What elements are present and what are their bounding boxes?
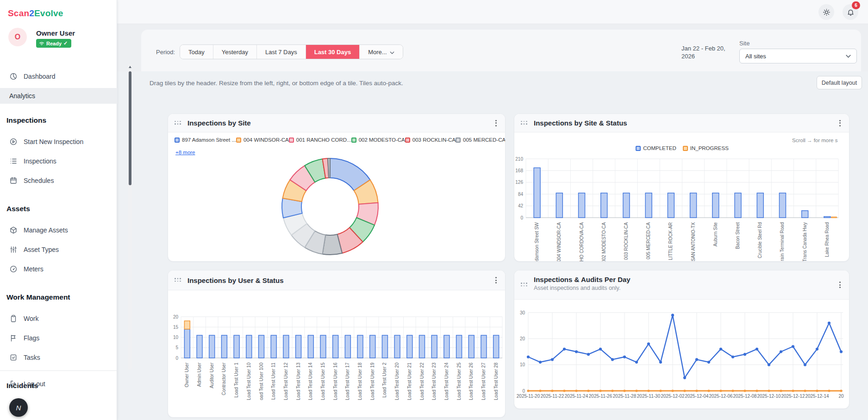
data-point[interactable] xyxy=(527,356,530,358)
data-point[interactable] xyxy=(683,376,686,379)
bar-completed[interactable] xyxy=(779,193,786,218)
site-select[interactable]: All sites xyxy=(739,49,857,63)
data-point[interactable] xyxy=(816,348,818,351)
bar-completed[interactable] xyxy=(259,335,264,358)
data-point[interactable] xyxy=(695,389,698,392)
sidebar-item-work[interactable]: Work xyxy=(0,311,117,326)
bar-completed[interactable] xyxy=(690,193,697,218)
data-point[interactable] xyxy=(756,348,758,351)
donut-segment[interactable] xyxy=(328,158,330,178)
bar-completed[interactable] xyxy=(481,335,487,358)
data-point[interactable] xyxy=(804,389,806,392)
sidebar-item-inspections[interactable]: Inspections xyxy=(0,153,117,169)
floating-action-button[interactable]: N xyxy=(9,398,28,417)
data-point[interactable] xyxy=(731,356,734,358)
data-point[interactable] xyxy=(647,389,649,392)
data-point[interactable] xyxy=(768,364,770,366)
bar-completed[interactable] xyxy=(456,335,462,358)
data-point[interactable] xyxy=(551,358,554,361)
bar-completed[interactable] xyxy=(184,329,190,358)
data-point[interactable] xyxy=(792,345,794,348)
bar-completed[interactable] xyxy=(296,335,301,358)
data-point[interactable] xyxy=(731,389,734,392)
data-point[interactable] xyxy=(647,343,650,345)
bar-completed[interactable] xyxy=(357,335,363,358)
bar-completed[interactable] xyxy=(579,193,585,218)
drag-handle-icon[interactable] xyxy=(521,282,528,287)
bar-completed[interactable] xyxy=(534,168,540,218)
data-point[interactable] xyxy=(575,389,577,392)
sidebar-item-flags[interactable]: Flags xyxy=(0,330,117,346)
bar-completed[interactable] xyxy=(431,335,437,358)
data-point[interactable] xyxy=(563,348,566,351)
bar-completed[interactable] xyxy=(221,335,227,358)
bar-completed[interactable] xyxy=(246,335,252,358)
period-button-last-30-days[interactable]: Last 30 Days xyxy=(306,45,360,59)
kebab-menu-icon[interactable] xyxy=(837,280,843,290)
bar-completed[interactable] xyxy=(209,335,215,358)
data-point[interactable] xyxy=(816,389,818,392)
scrollbar-thumb[interactable] xyxy=(129,71,131,185)
data-point[interactable] xyxy=(828,389,830,392)
sidebar-item-meters[interactable]: Meters xyxy=(0,261,117,277)
data-point[interactable] xyxy=(659,389,662,392)
data-point[interactable] xyxy=(780,389,782,392)
theme-toggle-button[interactable] xyxy=(818,4,834,20)
data-point[interactable] xyxy=(707,389,710,392)
data-point[interactable] xyxy=(743,353,746,356)
data-point[interactable] xyxy=(623,389,625,392)
scrollbar-up-arrow[interactable] xyxy=(129,66,131,68)
bar-completed[interactable] xyxy=(556,193,562,218)
sidebar-item-asset-types[interactable]: Asset Types xyxy=(0,242,117,257)
period-more-button[interactable]: More... xyxy=(359,45,402,59)
data-point[interactable] xyxy=(575,350,578,353)
data-point[interactable] xyxy=(840,389,842,392)
data-point[interactable] xyxy=(599,389,601,392)
bar-completed[interactable] xyxy=(333,335,338,358)
bar-completed[interactable] xyxy=(283,335,289,358)
sidebar-item-start-new-inspection[interactable]: Start New Inspection xyxy=(0,134,117,150)
bar-in-progress[interactable] xyxy=(184,321,190,329)
data-point[interactable] xyxy=(792,389,794,392)
data-point[interactable] xyxy=(599,348,602,351)
sidebar-item-schedules[interactable]: Schedules xyxy=(0,173,117,188)
bar-completed[interactable] xyxy=(468,335,474,358)
bar-completed[interactable] xyxy=(197,335,202,358)
bar-completed[interactable] xyxy=(308,335,313,358)
data-point[interactable] xyxy=(611,389,613,392)
data-point[interactable] xyxy=(683,389,686,392)
data-point[interactable] xyxy=(635,389,637,392)
data-point[interactable] xyxy=(671,389,674,392)
bar-completed[interactable] xyxy=(271,335,276,358)
bar-in-progress[interactable] xyxy=(831,217,837,218)
period-button-last-7-days[interactable]: Last 7 Days xyxy=(256,45,306,59)
sidebar-item-analytics[interactable]: Analytics xyxy=(0,88,117,104)
data-point[interactable] xyxy=(840,350,843,353)
data-point[interactable] xyxy=(756,389,758,392)
kebab-menu-icon[interactable] xyxy=(837,118,843,128)
bar-completed[interactable] xyxy=(345,335,350,358)
bar-completed[interactable] xyxy=(382,335,387,358)
bar-completed[interactable] xyxy=(407,335,412,358)
period-button-yesterday[interactable]: Yesterday xyxy=(213,45,256,59)
bar-completed[interactable] xyxy=(493,335,499,358)
bar-completed[interactable] xyxy=(645,193,652,218)
data-point[interactable] xyxy=(659,361,662,364)
bar-completed[interactable] xyxy=(757,193,763,218)
data-point[interactable] xyxy=(551,389,553,392)
drag-handle-icon[interactable] xyxy=(521,121,528,125)
bar-completed[interactable] xyxy=(668,193,674,218)
data-point[interactable] xyxy=(587,389,589,392)
bar-completed[interactable] xyxy=(370,335,375,358)
bar-completed[interactable] xyxy=(320,335,326,358)
data-point[interactable] xyxy=(707,361,710,364)
data-point[interactable] xyxy=(539,361,542,364)
data-point[interactable] xyxy=(719,348,722,351)
bar-completed[interactable] xyxy=(712,193,719,218)
bar-completed[interactable] xyxy=(234,335,239,358)
bar-completed[interactable] xyxy=(394,335,400,358)
data-point[interactable] xyxy=(635,361,638,364)
bar-completed[interactable] xyxy=(824,217,831,218)
data-point[interactable] xyxy=(527,389,529,392)
drag-handle-icon[interactable] xyxy=(175,278,181,282)
